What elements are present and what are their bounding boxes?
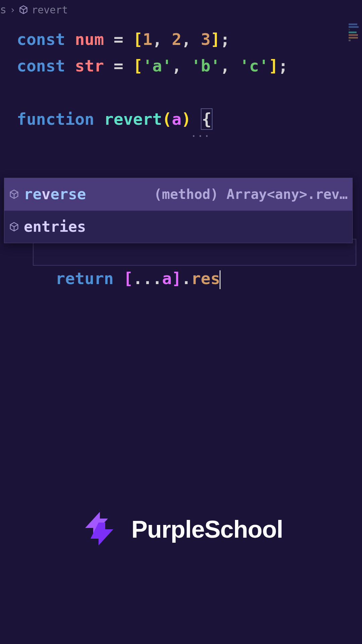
brand: PurpleSchool bbox=[0, 508, 362, 550]
code-line: const num = [1, 2, 3]; bbox=[17, 26, 362, 53]
autocomplete-item-reverse[interactable]: reverse (method) Array<any>.rev… bbox=[4, 178, 352, 211]
code-line: function revert(a) { ... bbox=[17, 106, 362, 186]
brand-name: PurpleSchool bbox=[131, 516, 283, 543]
breadcrumb-prefix: s bbox=[0, 3, 6, 16]
autocomplete-label: reverse bbox=[24, 182, 86, 207]
brand-logo-icon bbox=[79, 508, 119, 550]
symbol-method-icon bbox=[9, 222, 19, 232]
autocomplete-popup[interactable]: reverse (method) Array<any>.rev… entries bbox=[4, 178, 353, 243]
breadcrumb[interactable]: s › revert bbox=[0, 0, 362, 19]
code-line-blank bbox=[17, 79, 362, 106]
breadcrumb-symbol[interactable]: revert bbox=[32, 4, 68, 16]
text-cursor bbox=[220, 270, 221, 289]
autocomplete-item-entries[interactable]: entries bbox=[4, 211, 352, 243]
param-hint-icon: ... bbox=[191, 127, 211, 141]
chevron-right-icon: › bbox=[10, 4, 15, 15]
code-line: const str = ['a', 'b', 'c']; bbox=[17, 53, 362, 79]
autocomplete-hint: (method) Array<any>.rev… bbox=[154, 183, 348, 205]
autocomplete-label: entries bbox=[24, 215, 86, 239]
code-editor[interactable]: const num = [1, 2, 3]; const str = ['a',… bbox=[0, 19, 362, 345]
symbol-method-icon bbox=[19, 5, 28, 14]
symbol-method-icon bbox=[9, 189, 19, 199]
